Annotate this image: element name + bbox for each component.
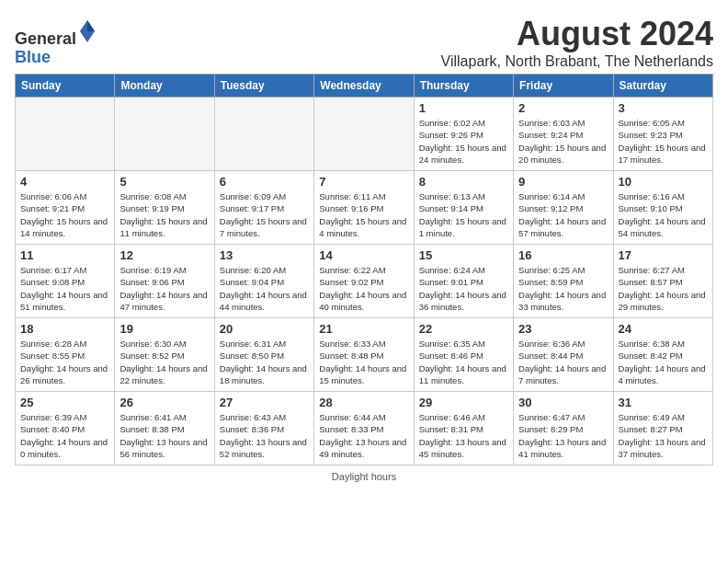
table-row: 10Sunrise: 6:16 AMSunset: 9:10 PMDayligh… bbox=[613, 171, 712, 245]
calendar: SundayMondayTuesdayWednesdayThursdayFrid… bbox=[15, 74, 713, 465]
table-row bbox=[314, 98, 414, 171]
table-row: 15Sunrise: 6:24 AMSunset: 9:01 PMDayligh… bbox=[414, 245, 513, 318]
svg-marker-1 bbox=[87, 20, 95, 31]
cell-info: Sunrise: 6:11 AMSunset: 9:16 PMDaylight:… bbox=[319, 190, 408, 239]
cell-info: Sunrise: 6:03 AMSunset: 9:24 PMDaylight:… bbox=[518, 117, 608, 166]
cell-info: Sunrise: 6:13 AMSunset: 9:14 PMDaylight:… bbox=[419, 190, 508, 239]
cell-day-number: 16 bbox=[518, 248, 608, 262]
cell-day-number: 8 bbox=[419, 175, 508, 189]
cell-day-number: 24 bbox=[619, 322, 708, 336]
table-row: 9Sunrise: 6:14 AMSunset: 9:12 PMDaylight… bbox=[514, 171, 613, 245]
calendar-header-cell: Thursday bbox=[414, 75, 513, 98]
table-row: 27Sunrise: 6:43 AMSunset: 8:36 PMDayligh… bbox=[214, 392, 313, 465]
calendar-week-row: 25Sunrise: 6:39 AMSunset: 8:40 PMDayligh… bbox=[16, 392, 713, 465]
calendar-week-row: 11Sunrise: 6:17 AMSunset: 9:08 PMDayligh… bbox=[16, 245, 713, 318]
table-row: 14Sunrise: 6:22 AMSunset: 9:02 PMDayligh… bbox=[314, 245, 414, 318]
cell-info: Sunrise: 6:17 AMSunset: 9:08 PMDaylight:… bbox=[20, 264, 109, 313]
calendar-week-row: 18Sunrise: 6:28 AMSunset: 8:55 PMDayligh… bbox=[16, 318, 713, 392]
calendar-header-cell: Tuesday bbox=[214, 75, 313, 98]
table-row: 25Sunrise: 6:39 AMSunset: 8:40 PMDayligh… bbox=[16, 392, 115, 465]
table-row: 18Sunrise: 6:28 AMSunset: 8:55 PMDayligh… bbox=[16, 318, 115, 392]
cell-day-number: 5 bbox=[119, 175, 209, 189]
cell-day-number: 12 bbox=[119, 248, 209, 262]
cell-info: Sunrise: 6:36 AMSunset: 8:44 PMDaylight:… bbox=[518, 338, 608, 386]
cell-day-number: 27 bbox=[220, 396, 309, 409]
cell-info: Sunrise: 6:16 AMSunset: 9:10 PMDaylight:… bbox=[619, 190, 708, 239]
table-row: 24Sunrise: 6:38 AMSunset: 8:42 PMDayligh… bbox=[613, 318, 712, 392]
calendar-header-cell: Wednesday bbox=[314, 75, 414, 98]
cell-day-number: 18 bbox=[20, 322, 109, 336]
footer-note: Daylight hours bbox=[15, 471, 713, 482]
table-row: 20Sunrise: 6:31 AMSunset: 8:50 PMDayligh… bbox=[214, 318, 313, 392]
table-row: 8Sunrise: 6:13 AMSunset: 9:14 PMDaylight… bbox=[414, 171, 513, 245]
cell-day-number: 1 bbox=[419, 101, 508, 115]
logo: General Blue bbox=[15, 18, 97, 67]
logo-blue-text: Blue bbox=[15, 48, 51, 66]
cell-info: Sunrise: 6:30 AMSunset: 8:52 PMDaylight:… bbox=[119, 338, 209, 386]
cell-day-number: 31 bbox=[619, 396, 708, 409]
cell-day-number: 26 bbox=[119, 396, 209, 409]
table-row bbox=[16, 98, 115, 171]
logo-icon bbox=[78, 18, 97, 44]
cell-day-number: 2 bbox=[518, 101, 608, 115]
cell-info: Sunrise: 6:20 AMSunset: 9:04 PMDaylight:… bbox=[220, 264, 309, 313]
table-row: 1Sunrise: 6:02 AMSunset: 9:26 PMDaylight… bbox=[414, 98, 513, 171]
table-row: 17Sunrise: 6:27 AMSunset: 8:57 PMDayligh… bbox=[613, 245, 712, 318]
table-row: 28Sunrise: 6:44 AMSunset: 8:33 PMDayligh… bbox=[314, 392, 414, 465]
cell-day-number: 19 bbox=[119, 322, 209, 336]
calendar-header-cell: Friday bbox=[514, 75, 613, 98]
cell-day-number: 6 bbox=[220, 175, 309, 189]
calendar-week-row: 1Sunrise: 6:02 AMSunset: 9:26 PMDaylight… bbox=[16, 98, 713, 171]
main-title: August 2024 bbox=[441, 15, 713, 53]
cell-day-number: 13 bbox=[220, 248, 309, 262]
calendar-header-cell: Monday bbox=[115, 75, 214, 98]
table-row: 2Sunrise: 6:03 AMSunset: 9:24 PMDaylight… bbox=[514, 98, 613, 171]
cell-info: Sunrise: 6:31 AMSunset: 8:50 PMDaylight:… bbox=[220, 338, 309, 386]
cell-info: Sunrise: 6:05 AMSunset: 9:23 PMDaylight:… bbox=[619, 117, 708, 166]
calendar-header-row: SundayMondayTuesdayWednesdayThursdayFrid… bbox=[16, 75, 713, 98]
table-row: 11Sunrise: 6:17 AMSunset: 9:08 PMDayligh… bbox=[16, 245, 115, 318]
cell-day-number: 9 bbox=[518, 175, 608, 189]
cell-day-number: 25 bbox=[20, 396, 109, 409]
cell-info: Sunrise: 6:09 AMSunset: 9:17 PMDaylight:… bbox=[220, 190, 309, 239]
cell-day-number: 15 bbox=[419, 248, 508, 262]
cell-info: Sunrise: 6:35 AMSunset: 8:46 PMDaylight:… bbox=[419, 338, 508, 386]
cell-info: Sunrise: 6:22 AMSunset: 9:02 PMDaylight:… bbox=[319, 264, 408, 313]
cell-day-number: 22 bbox=[419, 322, 508, 336]
cell-info: Sunrise: 6:41 AMSunset: 8:38 PMDaylight:… bbox=[119, 411, 209, 460]
table-row: 31Sunrise: 6:49 AMSunset: 8:27 PMDayligh… bbox=[613, 392, 712, 465]
cell-day-number: 23 bbox=[518, 322, 608, 336]
cell-info: Sunrise: 6:06 AMSunset: 9:21 PMDaylight:… bbox=[20, 190, 109, 239]
cell-info: Sunrise: 6:47 AMSunset: 8:29 PMDaylight:… bbox=[518, 411, 608, 460]
cell-info: Sunrise: 6:44 AMSunset: 8:33 PMDaylight:… bbox=[319, 411, 408, 460]
cell-info: Sunrise: 6:14 AMSunset: 9:12 PMDaylight:… bbox=[518, 190, 608, 239]
cell-info: Sunrise: 6:49 AMSunset: 8:27 PMDaylight:… bbox=[619, 411, 708, 460]
cell-day-number: 20 bbox=[220, 322, 309, 336]
cell-day-number: 4 bbox=[20, 175, 109, 189]
table-row: 23Sunrise: 6:36 AMSunset: 8:44 PMDayligh… bbox=[514, 318, 613, 392]
cell-day-number: 28 bbox=[319, 396, 408, 409]
title-area: August 2024 Villapark, North Brabant, Th… bbox=[441, 15, 713, 70]
cell-info: Sunrise: 6:28 AMSunset: 8:55 PMDaylight:… bbox=[20, 338, 109, 386]
table-row: 21Sunrise: 6:33 AMSunset: 8:48 PMDayligh… bbox=[314, 318, 414, 392]
cell-day-number: 7 bbox=[319, 175, 408, 189]
cell-info: Sunrise: 6:39 AMSunset: 8:40 PMDaylight:… bbox=[20, 411, 109, 460]
logo-general-text: General bbox=[15, 29, 76, 48]
cell-day-number: 14 bbox=[319, 248, 408, 262]
cell-day-number: 30 bbox=[518, 396, 608, 409]
table-row bbox=[115, 98, 214, 171]
table-row: 26Sunrise: 6:41 AMSunset: 8:38 PMDayligh… bbox=[115, 392, 214, 465]
table-row: 4Sunrise: 6:06 AMSunset: 9:21 PMDaylight… bbox=[16, 171, 115, 245]
cell-info: Sunrise: 6:33 AMSunset: 8:48 PMDaylight:… bbox=[319, 338, 408, 386]
table-row: 16Sunrise: 6:25 AMSunset: 8:59 PMDayligh… bbox=[514, 245, 613, 318]
table-row: 3Sunrise: 6:05 AMSunset: 9:23 PMDaylight… bbox=[613, 98, 712, 171]
cell-info: Sunrise: 6:19 AMSunset: 9:06 PMDaylight:… bbox=[119, 264, 209, 313]
cell-day-number: 11 bbox=[20, 248, 109, 262]
calendar-header-cell: Saturday bbox=[613, 75, 712, 98]
table-row: 30Sunrise: 6:47 AMSunset: 8:29 PMDayligh… bbox=[514, 392, 613, 465]
calendar-header-cell: Sunday bbox=[16, 75, 115, 98]
table-row bbox=[214, 98, 313, 171]
cell-day-number: 17 bbox=[619, 248, 708, 262]
table-row: 12Sunrise: 6:19 AMSunset: 9:06 PMDayligh… bbox=[115, 245, 214, 318]
cell-info: Sunrise: 6:38 AMSunset: 8:42 PMDaylight:… bbox=[619, 338, 708, 386]
